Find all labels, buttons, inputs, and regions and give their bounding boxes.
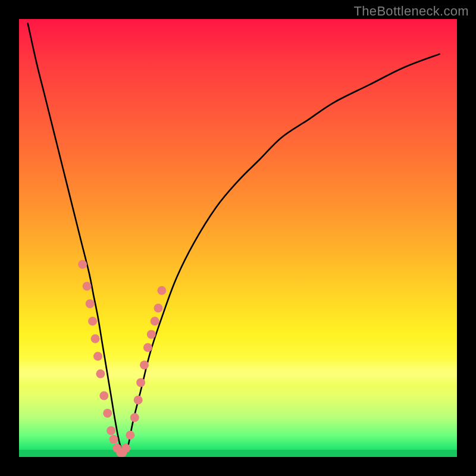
curve-dot <box>130 413 139 422</box>
dotted-segment <box>78 260 166 457</box>
curve-dot <box>93 352 102 361</box>
bottleneck-curve <box>28 23 440 452</box>
curve-dot <box>134 396 143 405</box>
curve-dot <box>151 317 159 325</box>
curve-dot <box>136 378 145 387</box>
curve-dot <box>140 361 149 369</box>
watermark-text: TheBottleneck.com <box>354 4 469 19</box>
curve-dot <box>96 369 105 378</box>
curve-dot <box>78 260 87 269</box>
curve-dot <box>154 303 163 312</box>
curve-dot <box>99 392 108 400</box>
curve-dot <box>126 431 134 440</box>
curve-dot <box>88 317 97 325</box>
curve-dot <box>109 435 118 444</box>
curve-dot <box>83 282 92 291</box>
curve-dot <box>103 409 112 418</box>
curve-dot <box>143 343 152 352</box>
curve-dot <box>147 330 156 339</box>
plot-area <box>19 19 457 457</box>
curve-dot <box>157 286 166 295</box>
curve-dot <box>107 426 115 435</box>
curve-dot <box>86 299 95 308</box>
curve-dot <box>91 334 100 343</box>
outer-frame: TheBottleneck.com <box>0 0 476 476</box>
curve-dot <box>121 444 130 453</box>
curve-layer <box>19 19 457 457</box>
